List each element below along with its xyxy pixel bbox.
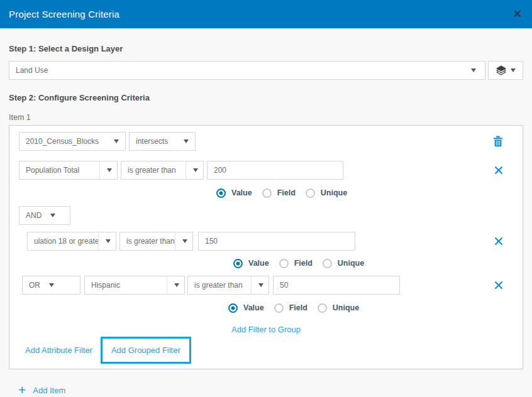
design-layer-value: Land Use: [16, 66, 48, 75]
chevron-down-icon: [174, 283, 179, 287]
field-radio[interactable]: [279, 259, 289, 268]
field-radio[interactable]: [274, 303, 284, 313]
item-label: Item 1: [9, 113, 523, 122]
unique-radio[interactable]: [318, 303, 327, 313]
chevron-down-icon: [511, 68, 516, 72]
chevron-down-icon: [193, 168, 198, 172]
group-filter1-operator-select[interactable]: is greater than: [119, 232, 193, 251]
chevron-down-icon: [114, 139, 119, 143]
dialog-content: Step 1: Select a Design Layer Land Use S…: [0, 44, 532, 395]
chevron-down-icon: [106, 239, 111, 243]
value-radio[interactable]: [233, 259, 243, 268]
highlight-box: Add Grouped Filter: [101, 337, 191, 364]
step2-label: Step 2: Configure Screening Criteria: [9, 93, 523, 102]
add-grouped-filter-link[interactable]: Add Grouped Filter: [111, 345, 180, 355]
chevron-down-icon: [182, 239, 187, 243]
filter1-field-select[interactable]: Population Total: [19, 161, 118, 180]
group-filter2-logic-select[interactable]: OR: [22, 276, 80, 295]
chevron-down-icon: [471, 68, 476, 72]
criteria-layer-select[interactable]: 2010_Census_Blocks: [19, 132, 126, 151]
grouped-filter-row: OR Hispanic is greater than: [22, 276, 513, 295]
group-filter1-field-select[interactable]: ulation 18 or greater: [27, 232, 116, 251]
group-logic-select[interactable]: AND: [19, 206, 70, 225]
chevron-down-icon: [258, 283, 263, 287]
unique-radio[interactable]: [323, 259, 332, 268]
item-panel: 2010_Census_Blocks intersects: [9, 125, 523, 369]
layer-options-button[interactable]: [488, 61, 523, 80]
group-logic-row: AND: [19, 206, 513, 225]
spatial-operator-select[interactable]: intersects: [129, 132, 196, 151]
chevron-down-icon: [107, 168, 112, 172]
remove-filter-icon[interactable]: [494, 281, 503, 290]
add-filter-to-group-row: Add Filter to Group: [19, 324, 513, 334]
group-filter2-mode-radios: Value Field Unique: [19, 303, 513, 313]
plus-icon: +: [18, 385, 26, 395]
layers-icon: [496, 65, 506, 75]
group-filter1-mode-radios: Value Field Unique: [19, 258, 513, 268]
filter1-operator-select[interactable]: is greater than: [121, 161, 204, 180]
group-filter2-field-select[interactable]: Hispanic: [84, 276, 185, 295]
filter-links-row: Add Attribute Filter Add Grouped Filter: [19, 334, 513, 366]
group-filter2-value-input[interactable]: [273, 276, 400, 295]
close-icon[interactable]: ✕: [513, 9, 522, 19]
grouped-filter-row: ulation 18 or greater is greater than: [27, 232, 513, 251]
filter1-mode-radios: Value Field Unique: [19, 188, 513, 198]
value-radio[interactable]: [216, 188, 226, 198]
spatial-filter-row: 2010_Census_Blocks intersects: [19, 132, 513, 151]
add-attribute-filter-link[interactable]: Add Attribute Filter: [25, 345, 92, 355]
chevron-down-icon: [184, 139, 189, 143]
group-filter1-value-input[interactable]: [198, 232, 355, 251]
filter1-value-input[interactable]: [207, 161, 343, 180]
add-item-label: Add Item: [33, 386, 65, 395]
add-filter-to-group-link[interactable]: Add Filter to Group: [231, 325, 301, 334]
group-filter2-operator-select[interactable]: is greater than: [187, 276, 269, 295]
remove-filter-icon[interactable]: [494, 166, 503, 175]
step1-label: Step 1: Select a Design Layer: [9, 44, 523, 53]
dialog-title: Project Screening Criteria: [9, 9, 119, 19]
design-layer-select[interactable]: Land Use: [9, 61, 485, 80]
attribute-filter-row: Population Total is greater than: [19, 161, 513, 180]
design-layer-row: Land Use: [9, 61, 523, 80]
add-item-button[interactable]: + Add Item: [9, 385, 523, 395]
dialog-header: Project Screening Criteria ✕: [0, 0, 532, 28]
chevron-down-icon: [50, 214, 55, 217]
project-screening-criteria-dialog: Project Screening Criteria ✕ Step 1: Sel…: [0, 0, 532, 397]
unique-radio[interactable]: [306, 188, 315, 198]
trash-icon[interactable]: [493, 136, 503, 147]
chevron-down-icon: [49, 283, 54, 287]
field-radio[interactable]: [262, 188, 272, 198]
value-radio[interactable]: [228, 303, 238, 313]
remove-filter-icon[interactable]: [494, 237, 503, 246]
